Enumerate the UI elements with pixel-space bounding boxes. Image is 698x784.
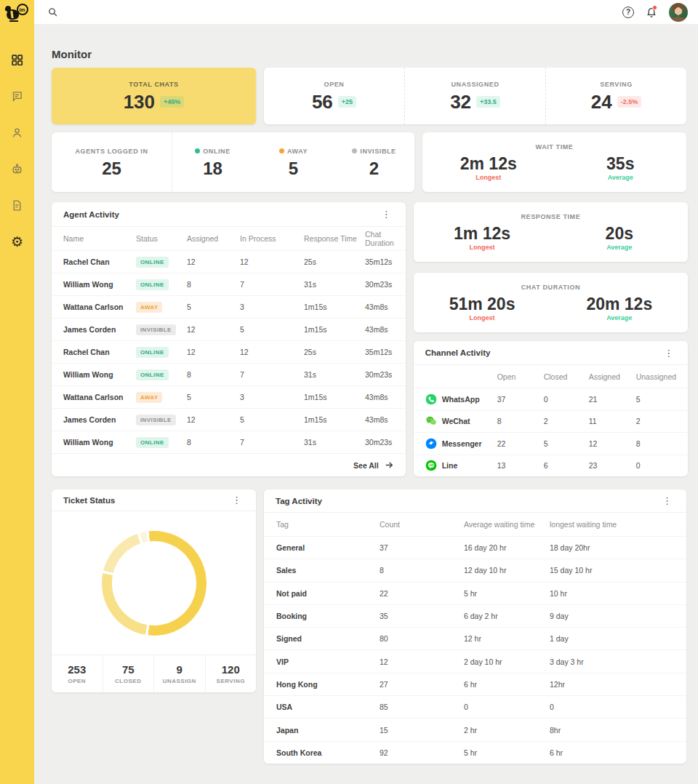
online-value: 18	[203, 160, 222, 177]
agent-response-time: 31s	[304, 438, 365, 447]
tag-name: USA	[276, 703, 380, 711]
agent-assigned: 8	[187, 280, 240, 289]
agent-chat-duration: 43m8s	[365, 393, 394, 401]
ticket-status-menu-button[interactable]: ⋮	[229, 494, 244, 506]
chat-stats-card: OPEN 56 +25 UNASSIGNED 32 +33.5 SERVING	[264, 68, 686, 124]
chat-duration-average-value: 20m 12s	[586, 295, 652, 313]
tag-average-waiting: 5 hr	[464, 589, 550, 598]
wait-time-average-value: 35s	[606, 155, 634, 172]
imbee-logo[interactable]: im	[5, 3, 30, 23]
agent-assigned: 12	[187, 257, 240, 266]
sidebar-item-chats[interactable]	[10, 89, 25, 103]
tag-count: 27	[380, 680, 464, 689]
channel-activity-menu-button[interactable]: ⋮	[661, 347, 676, 359]
agent-assigned: 5	[187, 393, 240, 401]
agent-activity-title: Agent Activity	[63, 210, 119, 219]
tag-table-header: Tag Count Average waiting time longest w…	[264, 513, 686, 536]
agent-status-badge: ONLINE	[136, 347, 169, 358]
agents-away: AWAY 5	[253, 132, 334, 192]
invisible-status-dot	[352, 148, 357, 153]
agent-status-badge: ONLINE	[136, 257, 169, 268]
tag-count: 92	[380, 748, 464, 757]
user-avatar[interactable]	[669, 3, 688, 22]
ticket-stat-open: 253 OPEN	[52, 655, 103, 692]
agent-table-row: James Corden INVISIBLE 12 5 1m15s 43m8s	[52, 408, 406, 431]
agent-table-row: William Wong ONLINE 8 7 31s 30m23s	[52, 431, 406, 453]
sidebar-item-bot[interactable]	[10, 161, 25, 176]
agent-in-process: 3	[240, 303, 304, 311]
agent-table-header: Name Status Assigned In Process Response…	[52, 227, 406, 250]
svg-text:LINE: LINE	[428, 464, 433, 467]
tag-name: Hong Kong	[276, 680, 380, 689]
agent-in-process: 7	[240, 280, 304, 289]
page-title: Monitor	[52, 48, 686, 60]
online-label: ONLINE	[203, 148, 230, 155]
total-chats-card[interactable]: TOTAL CHATS 130 +45%	[52, 68, 256, 124]
tag-count: 35	[380, 612, 464, 620]
agent-table-row: Rachel Chan ONLINE 12 12 25s 35m12s	[52, 250, 406, 273]
response-time-longest-label: Longest	[470, 244, 495, 251]
tag-table-row: USA 85 0 0	[264, 695, 686, 718]
tag-name: General	[276, 543, 380, 552]
agent-in-process: 5	[240, 415, 304, 424]
agent-response-time: 25s	[304, 257, 365, 266]
tag-name: Sales	[276, 566, 380, 575]
agent-chat-duration: 35m12s	[365, 257, 394, 266]
agent-status-badge: INVISIBLE	[136, 415, 176, 425]
serving-label: SERVING	[600, 81, 633, 88]
tag-longest-waiting: 6 hr	[550, 748, 674, 757]
tag-count: 8	[380, 566, 464, 575]
donut-hole	[112, 541, 196, 625]
open-delta-badge: +25	[338, 96, 356, 108]
tag-count: 22	[380, 589, 464, 598]
tag-longest-waiting: 9 day	[550, 612, 674, 620]
invisible-value: 2	[369, 160, 379, 177]
agent-chat-duration: 43m8s	[365, 415, 394, 424]
ticket-donut	[102, 531, 206, 636]
agent-activity-menu-button[interactable]: ⋮	[379, 208, 394, 220]
wait-time-average-label: Average	[608, 174, 633, 181]
agents-logged-in-value: 25	[102, 160, 121, 177]
agent-response-time: 1m15s	[304, 393, 365, 401]
tag-longest-waiting: 10 hr	[550, 589, 674, 598]
tag-longest-waiting: 15 day 10 hr	[550, 566, 674, 575]
channel-row-line: LINE Line 13 6 23 0	[414, 455, 688, 477]
agent-name: Wattana Carlson	[63, 393, 136, 401]
agent-table-row: Wattana Carlson AWAY 5 3 1m15s 43m8s	[52, 385, 406, 408]
wait-time-card: WAIT TIME 2m 12s Longest 35s Average	[422, 132, 686, 192]
tag-table-row: South Korea 92 5 hr 6 hr	[264, 741, 686, 764]
chat-bubble-icon	[11, 90, 23, 103]
sidebar-item-documents[interactable]	[10, 198, 25, 212]
search-button[interactable]	[46, 6, 59, 19]
sidebar-item-dashboard[interactable]	[10, 52, 25, 67]
tag-average-waiting: 2 hr	[464, 726, 550, 735]
tag-name: Not paid	[276, 589, 380, 598]
tag-activity-menu-button[interactable]: ⋮	[659, 495, 675, 507]
agent-response-time: 1m15s	[304, 303, 365, 311]
serving-delta-badge: -2.5%	[617, 96, 642, 108]
tag-count: 15	[380, 726, 464, 735]
agent-assigned: 5	[187, 303, 240, 311]
agent-table-row: William Wong ONLINE 8 7 31s 30m23s	[52, 363, 406, 385]
sidebar-item-contacts[interactable]	[10, 125, 25, 140]
tag-table-row: Sales 8 12 day 10 hr 15 day 10 hr	[264, 559, 686, 581]
sidebar-nav: ⚙	[10, 52, 25, 249]
agent-assigned: 12	[187, 415, 240, 424]
tag-average-waiting: 16 day 20 hr	[464, 543, 550, 552]
invisible-label: INVISIBLE	[360, 148, 396, 155]
ticket-stat-closed: 75 CLOSED	[103, 655, 154, 692]
online-status-dot	[195, 148, 200, 153]
chat-duration-card: CHAT DURATION 51m 20s Longest 20m 12s Av…	[414, 273, 688, 332]
notifications-button[interactable]	[645, 6, 658, 19]
tag-average-waiting: 6 hr	[464, 680, 550, 689]
dashboard-grid-icon	[11, 54, 23, 66]
serving-stat: SERVING 24 -2.5%	[545, 68, 686, 124]
unassigned-label: UNASSIGNED	[451, 81, 499, 88]
chat-duration-title: CHAT DURATION	[521, 284, 580, 291]
chat-duration-longest-value: 51m 20s	[449, 295, 516, 313]
see-all-button[interactable]: See All	[353, 460, 394, 470]
help-button[interactable]: ?	[622, 7, 634, 18]
total-chats-delta-badge: +45%	[160, 96, 184, 108]
agent-table-row: Rachel Chan ONLINE 12 12 25s 35m12s	[52, 340, 406, 363]
sidebar-item-settings[interactable]: ⚙	[10, 234, 25, 249]
